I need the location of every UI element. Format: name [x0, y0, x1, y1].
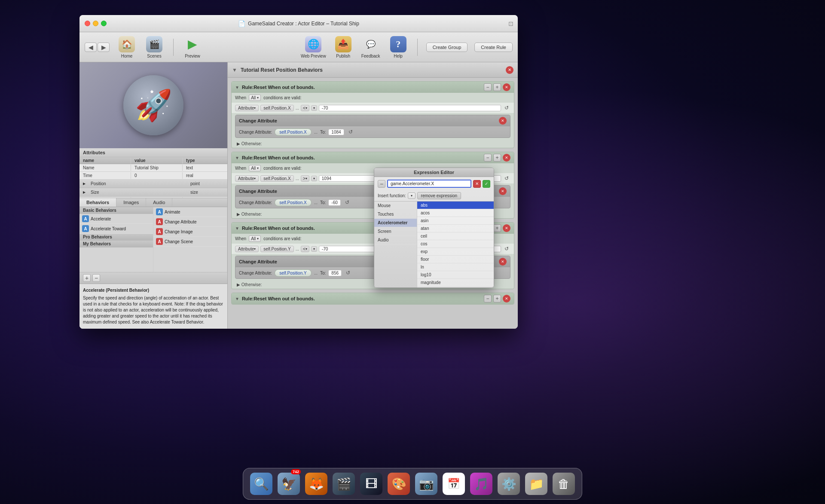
rule-2-attr-dropdown[interactable]: Attribute ▾	[235, 175, 259, 182]
dock-item-calendar[interactable]: 📅	[441, 471, 467, 497]
rule-2-when-dropdown[interactable]: All	[249, 165, 261, 171]
expr-fn-atan[interactable]: atan	[417, 225, 494, 232]
behavior-item-change-attr[interactable]: A Change Attribute	[153, 217, 227, 227]
rule-2-value-pill[interactable]: self.Position.X	[260, 175, 293, 182]
help-button[interactable]: ? Help	[388, 36, 409, 58]
close-button[interactable]	[85, 21, 90, 26]
expr-confirm-button[interactable]: ✓	[483, 180, 490, 188]
rule-1-dots[interactable]: ...	[296, 106, 299, 110]
tab-behaviors[interactable]: Behaviors	[79, 198, 116, 207]
preview-button[interactable]: ▶ Preview	[182, 36, 203, 58]
rule-4-minus[interactable]: −	[484, 295, 492, 302]
resize-button[interactable]: ⊡	[508, 20, 513, 27]
attr-row-size[interactable]: ▶ Size size	[79, 188, 227, 197]
dock-item-keynote[interactable]: 🎨	[386, 471, 412, 497]
expr-cat-accelerometer[interactable]: Accelerometer	[374, 219, 417, 227]
rule-2-minus[interactable]: −	[484, 154, 492, 162]
remove-behavior-button[interactable]: −	[92, 274, 100, 282]
tab-audio[interactable]: Audio	[146, 198, 172, 207]
rule-1-subop[interactable]	[311, 105, 317, 111]
panel-close-button[interactable]: ✕	[506, 66, 513, 74]
dock-item-imovie[interactable]: 🎬	[331, 471, 357, 497]
rule-3-when-dropdown[interactable]: All	[249, 235, 261, 242]
expr-fn-asin[interactable]: asin	[417, 217, 494, 225]
rule-1-ca-close[interactable]: ✕	[499, 117, 507, 125]
forward-button[interactable]: ▶	[98, 43, 110, 52]
rule-3-close[interactable]: ✕	[503, 224, 510, 232]
rule-4-arrow[interactable]: ▼	[235, 296, 239, 301]
behavior-item-change-image[interactable]: A Change Image	[153, 227, 227, 237]
rule-2-ca-dots[interactable]: ...	[314, 200, 318, 205]
expr-fn-ln[interactable]: ln	[417, 263, 494, 271]
maximize-button[interactable]	[101, 21, 107, 26]
expr-cat-mouse[interactable]: Mouse	[374, 202, 417, 210]
rule-1-attr-dropdown[interactable]: Attribute ▾	[235, 105, 259, 111]
rule-2-ca-pill[interactable]: self.Position.X	[275, 199, 311, 206]
rule-1-op[interactable]: <	[301, 105, 309, 111]
rule-2-refresh[interactable]: ↺	[503, 174, 510, 182]
expr-fn-max[interactable]: max	[417, 287, 494, 287]
dock-item-trash[interactable]: 🗑	[551, 471, 577, 497]
rule-2-ca-close[interactable]: ✕	[499, 187, 507, 195]
scenes-button[interactable]: 🎬 Scenes	[144, 36, 165, 58]
dock-item-itunes[interactable]: 🎵	[468, 471, 494, 497]
rule-2-ca-refresh[interactable]: ↺	[343, 199, 351, 206]
expr-fn-exp[interactable]: exp	[417, 248, 494, 256]
create-group-button[interactable]: Create Group	[426, 43, 468, 52]
rule-3-dots[interactable]: ...	[296, 247, 299, 251]
rule-2-dots[interactable]: ...	[296, 176, 299, 181]
expr-input[interactable]: game.Accelerometer.X	[387, 180, 471, 188]
rule-3-ca-dots[interactable]: ...	[314, 271, 318, 275]
rule-3-attr-dropdown[interactable]: Attribute ▾	[235, 246, 259, 252]
rule-2-arrow[interactable]: ▼	[235, 156, 239, 160]
back-button[interactable]: ◀	[85, 43, 97, 52]
dock-item-iphoto[interactable]: 📷	[413, 471, 439, 497]
rule-1-ca-refresh[interactable]: ↺	[347, 128, 354, 136]
expr-cat-screen[interactable]: Screen	[374, 227, 417, 236]
rule-3-subop[interactable]	[311, 246, 317, 252]
expr-cat-touches[interactable]: Touches	[374, 210, 417, 219]
behavior-item-accelerate-toward[interactable]: A Accelerate Toward	[79, 224, 153, 234]
expr-remove-button[interactable]: remove expression	[417, 192, 461, 199]
web-preview-button[interactable]: 🌐 Web Preview	[301, 36, 326, 58]
behavior-item-change-scene[interactable]: A Change Scene	[153, 237, 227, 247]
rule-3-op[interactable]: <	[301, 246, 309, 252]
rule-1-ca-dots[interactable]: ...	[314, 130, 318, 134]
home-button[interactable]: 🏠 Home	[116, 36, 137, 58]
panel-collapse-arrow[interactable]: ▼	[232, 67, 237, 73]
rule-3-plus[interactable]: +	[493, 224, 501, 232]
feedback-button[interactable]: 💬 Feedback	[361, 36, 381, 58]
expr-fn-ceil[interactable]: ceil	[417, 232, 494, 240]
rule-2-close[interactable]: ✕	[503, 154, 510, 162]
rule-3-ca-refresh[interactable]: ↺	[344, 269, 352, 277]
rule-1-when-dropdown[interactable]: All	[249, 95, 261, 101]
expr-fn-cos[interactable]: cos	[417, 240, 494, 248]
rule-1-close[interactable]: ✕	[503, 83, 510, 91]
dock-item-finalcut[interactable]: 🎞	[358, 471, 384, 497]
dock-item-folder[interactable]: 📁	[523, 471, 549, 497]
expr-minus-button[interactable]: −	[378, 180, 385, 188]
dock-item-finder[interactable]: 🔍	[248, 471, 274, 497]
rule-1-value-pill[interactable]: self.Position.X	[260, 105, 293, 111]
expr-fn-acos[interactable]: acos	[417, 209, 494, 217]
behavior-item-animate[interactable]: A Animate	[153, 207, 227, 217]
rule-3-ca-pill[interactable]: self.Position.Y	[275, 269, 311, 277]
behavior-item-accelerate[interactable]: A Accelerate	[79, 214, 153, 224]
rule-1-arrow[interactable]: ▼	[235, 85, 239, 90]
minimize-button[interactable]	[93, 21, 98, 26]
expr-function-dropdown[interactable]	[408, 192, 416, 199]
expr-fn-abs[interactable]: abs	[417, 202, 494, 209]
expr-fn-floor[interactable]: floor	[417, 256, 494, 263]
expr-cancel-button[interactable]: ✕	[473, 180, 481, 188]
expr-cat-audio[interactable]: Audio	[374, 236, 417, 244]
rule-3-value-pill[interactable]: self.Position.Y	[260, 246, 293, 252]
add-behavior-button[interactable]: +	[83, 274, 91, 282]
rule-4-plus[interactable]: +	[493, 295, 501, 302]
expr-fn-log10[interactable]: log10	[417, 271, 494, 279]
publish-button[interactable]: 📤 Publish	[333, 36, 354, 58]
create-rule-button[interactable]: Create Rule	[474, 43, 513, 52]
rule-3-arrow[interactable]: ▼	[235, 226, 239, 231]
rule-2-plus[interactable]: +	[493, 154, 501, 162]
attr-row-position[interactable]: ▶ Position point	[79, 180, 227, 188]
rule-2-op[interactable]: >	[301, 175, 309, 182]
